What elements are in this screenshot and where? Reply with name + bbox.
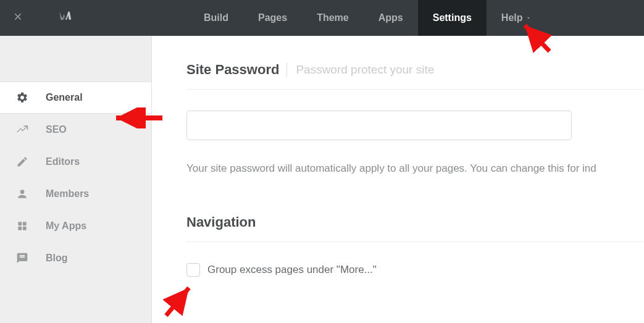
top-nav: Build Pages Theme Apps Settings Help [189, 0, 546, 36]
site-password-subtitle: Password protect your site [286, 63, 434, 77]
sidebar-item-myapps[interactable]: My Apps [0, 210, 151, 242]
group-more-label: Group excess pages under "More..." [207, 264, 377, 276]
gear-icon [15, 90, 30, 105]
topnav-settings[interactable]: Settings [418, 0, 487, 36]
close-button[interactable] [0, 0, 36, 36]
divider [186, 241, 643, 242]
site-password-input[interactable] [186, 111, 572, 140]
pencil-icon [15, 154, 30, 169]
topnav-help[interactable]: Help [487, 0, 546, 36]
sidebar-item-general[interactable]: General [0, 82, 151, 114]
weebly-logo[interactable] [48, 8, 84, 28]
sidebar-item-label: Members [46, 188, 89, 199]
person-icon [15, 187, 30, 201]
svg-rect-2 [18, 227, 22, 230]
chevron-down-icon [525, 12, 532, 23]
grid-icon [15, 219, 30, 233]
sidebar-item-label: Editors [46, 156, 80, 167]
sidebar-item-label: Blog [46, 253, 68, 264]
topnav-label: Pages [258, 12, 287, 23]
site-password-title: Site Password [186, 62, 279, 78]
sidebar-item-label: My Apps [46, 220, 86, 232]
svg-rect-3 [23, 227, 27, 230]
topnav-pages[interactable]: Pages [243, 0, 302, 36]
topnav-label: Build [204, 12, 228, 23]
close-icon [12, 11, 23, 25]
navigation-title: Navigation [186, 214, 644, 230]
topnav-label: Apps [378, 12, 403, 23]
topnav-label: Theme [317, 12, 349, 23]
topnav-label: Help [501, 12, 523, 23]
sidebar-item-label: General [46, 92, 83, 103]
logo-icon [57, 8, 75, 28]
sidebar-item-label: SEO [46, 124, 67, 135]
divider [186, 89, 643, 90]
topnav-build[interactable]: Build [189, 0, 243, 36]
comment-icon [15, 251, 30, 266]
svg-rect-1 [23, 222, 27, 225]
sidebar: General SEO Editors Members My Apps Blog [0, 36, 152, 323]
trend-icon [15, 122, 30, 137]
topnav-theme[interactable]: Theme [302, 0, 364, 36]
group-more-checkbox[interactable] [186, 263, 200, 277]
password-help-text: Your site password will automatically ap… [186, 162, 643, 175]
topnav-label: Settings [433, 12, 472, 23]
main-content: Site Password Password protect your site… [152, 36, 644, 323]
svg-rect-0 [18, 222, 22, 225]
topnav-apps[interactable]: Apps [364, 0, 418, 36]
sidebar-item-editors[interactable]: Editors [0, 146, 151, 178]
sidebar-item-blog[interactable]: Blog [0, 242, 151, 274]
sidebar-item-members[interactable]: Members [0, 178, 151, 210]
sidebar-item-seo[interactable]: SEO [0, 114, 151, 146]
